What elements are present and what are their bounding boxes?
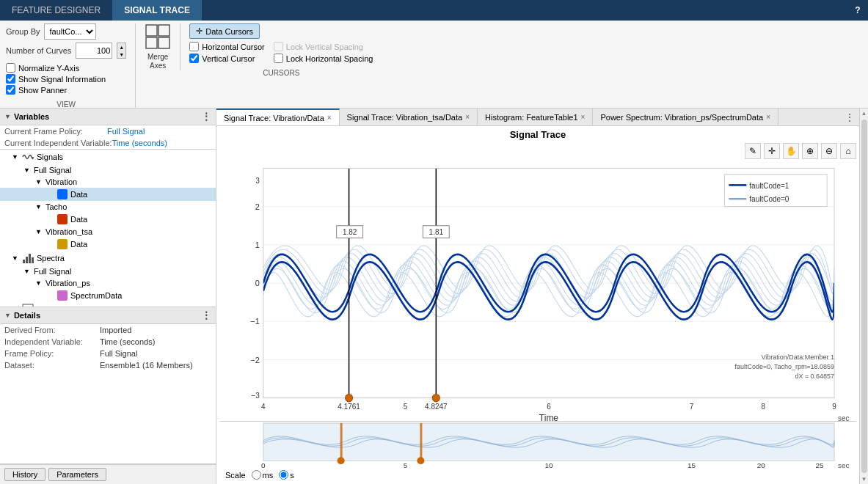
tab-power-spectrum[interactable]: Power Spectrum: Vibration_ps/SpectrumDat… <box>593 109 778 125</box>
title-bar: FEATURE DESIGNER SIGNAL TRACE ? <box>0 0 868 21</box>
current-frame-label: Current Frame Policy: <box>4 127 107 136</box>
data-cursors-label: Data Cursors <box>205 27 253 36</box>
data-2-color-icon <box>57 214 68 224</box>
tree-spectrum-data[interactable]: SpectrumData <box>0 289 216 302</box>
details-container: Derived From: Imported Independent Varia… <box>0 324 216 371</box>
tree-data-3[interactable]: Data <box>0 238 216 251</box>
tab-signal-trace[interactable]: SIGNAL TRACE <box>112 0 202 21</box>
tab-signal-trace-vibration-close[interactable]: × <box>327 114 332 122</box>
scroll-thumb[interactable] <box>861 120 867 473</box>
chart-tool-zoom-out[interactable]: ⊖ <box>821 143 837 159</box>
spinner-up[interactable]: ▲ <box>117 43 125 51</box>
derived-from-label: Derived From: <box>4 326 100 334</box>
tree-data-2[interactable]: Data <box>0 213 216 226</box>
tab-signal-trace-tsa[interactable]: Signal Trace: Vibration_tsa/Data × <box>340 109 478 125</box>
tree-container[interactable]: ▼ Signals ▼ Full Signal ▼ Vibration <box>0 150 216 307</box>
spinner-down[interactable]: ▼ <box>117 51 125 58</box>
group-by-select[interactable]: faultCo... <box>44 23 96 40</box>
vibration-label: Vibration <box>45 177 77 186</box>
show-signal-checkbox[interactable] <box>6 74 15 84</box>
svg-rect-2 <box>146 37 157 48</box>
variables-header[interactable]: ▼ Variables ⋮ <box>0 109 216 125</box>
scale-label: Scale <box>225 471 246 480</box>
details-header[interactable]: ▼ Details ⋮ <box>0 307 216 324</box>
svg-point-43 <box>346 394 353 401</box>
spectra-icon <box>22 252 34 264</box>
tree-signals[interactable]: ▼ Signals <box>0 150 216 164</box>
svg-text:−1: −1 <box>250 317 260 326</box>
scale-s-radio[interactable] <box>279 470 288 480</box>
chart-area: Signal Trace: Vibration/Data × Signal Tr… <box>216 109 859 484</box>
num-curves-input[interactable] <box>76 43 112 59</box>
chart-tool-home[interactable]: ⌂ <box>840 143 856 159</box>
horizontal-cursor-label: Horizontal Cursor <box>202 43 265 51</box>
full-signal-2-label: Full Signal <box>34 267 71 276</box>
variables-collapse-icon: ▼ <box>4 113 11 120</box>
tree-tacho[interactable]: ▼ Tacho <box>0 201 216 213</box>
help-button[interactable]: ? <box>847 0 868 21</box>
svg-point-57 <box>417 457 424 464</box>
svg-text:1.82: 1.82 <box>343 228 357 236</box>
vertical-scrollbar[interactable]: ▲ ▼ <box>859 109 868 484</box>
tab-signal-trace-tsa-label: Signal Trace: Vibration_tsa/Data <box>347 113 463 122</box>
indep-var-row: Independent Variable: Time (seconds) <box>0 336 216 348</box>
tab-feature-designer[interactable]: FEATURE DESIGNER <box>0 0 112 21</box>
variables-menu-icon[interactable]: ⋮ <box>201 111 211 122</box>
data-cursors-button[interactable]: ✛ Data Cursors <box>189 23 260 39</box>
horizontal-cursor-checkbox[interactable] <box>189 42 199 51</box>
details-menu-icon[interactable]: ⋮ <box>201 309 211 321</box>
tree-full-signal-1[interactable]: ▼ Full Signal <box>0 164 216 176</box>
svg-text:15: 15 <box>688 461 696 469</box>
tab-histogram[interactable]: Histogram: FeatureTable1 × <box>478 109 593 125</box>
chart-tool-edit[interactable]: ✎ <box>745 143 761 159</box>
details-header-label: Details <box>14 311 40 320</box>
num-curves-spinner[interactable]: ▲ ▼ <box>117 43 126 59</box>
lock-vertical-checkbox[interactable] <box>274 42 283 51</box>
details-section: ▼ Details ⋮ Derived From: Imported Indep… <box>0 307 216 465</box>
scale-s-label[interactable]: s <box>279 470 294 480</box>
history-button[interactable]: History <box>4 468 45 481</box>
current-frame-value[interactable]: Full Signal <box>107 127 145 136</box>
tree-vibration-tsa[interactable]: ▼ Vibration_tsa <box>0 226 216 238</box>
tree-vibration-ps[interactable]: ▼ Vibration_ps <box>0 277 216 289</box>
lock-vertical-label: Lock Vertical Spacing <box>286 43 363 51</box>
normalize-checkbox[interactable] <box>6 63 15 73</box>
scale-ms-label[interactable]: ms <box>252 470 274 480</box>
chart-tool-zoom-in[interactable]: ⊕ <box>802 143 818 159</box>
svg-text:0: 0 <box>255 279 260 287</box>
tab-power-spectrum-close[interactable]: × <box>766 113 770 121</box>
current-frame-row: Current Frame Policy: Full Signal <box>0 125 216 137</box>
vertical-cursor-checkbox[interactable] <box>189 54 199 63</box>
tree-data-1[interactable]: Data <box>0 188 216 201</box>
lock-horizontal-checkbox[interactable] <box>274 54 283 63</box>
tree-spectra[interactable]: ▼ Spectra <box>0 251 216 265</box>
svg-rect-8 <box>32 257 34 263</box>
parameters-button[interactable]: Parameters <box>48 468 106 481</box>
mini-chart[interactable]: 0 5 10 15 20 25 sec <box>219 421 856 469</box>
tab-histogram-close[interactable]: × <box>581 113 586 121</box>
tree-full-signal-2[interactable]: ▼ Full Signal <box>0 265 216 277</box>
scroll-down-button[interactable]: ▼ <box>860 474 868 484</box>
tab-more-button[interactable]: ⋮ <box>840 111 859 123</box>
scroll-up-button[interactable]: ▲ <box>860 109 868 118</box>
vertical-cursor-row: Vertical Cursor <box>189 54 265 63</box>
svg-text:6: 6 <box>547 403 551 411</box>
scale-ms-radio[interactable] <box>252 470 261 480</box>
chart-tool-cursor[interactable]: ✛ <box>764 143 780 159</box>
svg-rect-6 <box>26 257 28 263</box>
show-panner-checkbox-row: Show Panner <box>6 85 126 95</box>
tab-bar: Signal Trace: Vibration/Data × Signal Tr… <box>216 109 859 126</box>
chart-tool-pan[interactable]: ✋ <box>783 143 799 159</box>
tab-signal-trace-vibration[interactable]: Signal Trace: Vibration/Data × <box>216 109 340 125</box>
main-chart[interactable]: 2 1 0 −1 −2 3 −3 Vibration/Data 4 4.1761 <box>219 161 856 421</box>
svg-text:sec: sec <box>838 414 850 421</box>
current-indep-value[interactable]: Time (seconds) <box>112 139 167 147</box>
derived-from-row: Derived From: Imported <box>0 324 216 336</box>
tree-vibration[interactable]: ▼ Vibration <box>0 176 216 188</box>
show-panner-label: Show Panner <box>18 86 67 95</box>
tab-signal-trace-tsa-close[interactable]: × <box>465 113 470 121</box>
data-3-color-icon <box>57 239 68 249</box>
data-1-color-icon <box>57 189 68 199</box>
view-group-label: VIEW <box>6 100 126 109</box>
show-panner-checkbox[interactable] <box>6 85 15 95</box>
